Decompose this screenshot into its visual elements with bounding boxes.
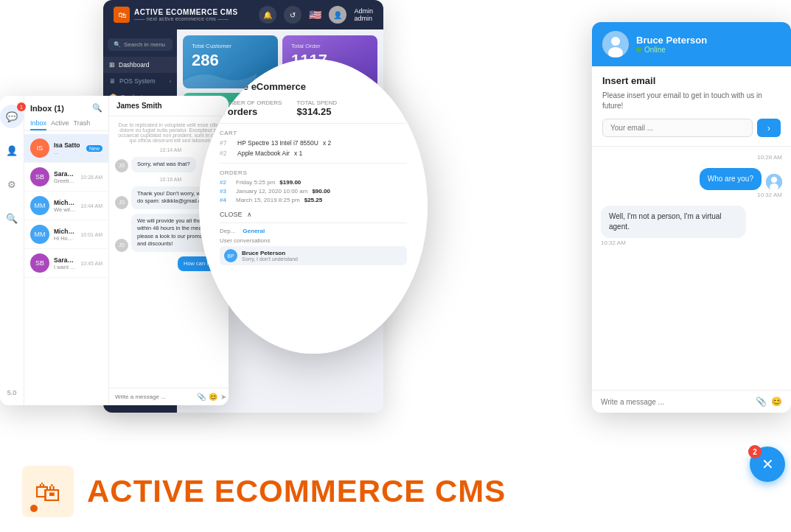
inbox-title: Inbox (1) [30, 104, 64, 113]
mag-cart-name-0: HP Spectre 13 Intel i7 8550U [237, 139, 318, 147]
msg-bubble-user: Who are you? [700, 168, 762, 190]
mag-cart-item-1: #2 Apple Macbook Air x 1 [220, 150, 407, 157]
mag-order-date-2: March 15, 2019 8:25 pm [236, 197, 300, 203]
msg-user-avatar [766, 174, 782, 190]
chat-messages: 10:28 AM Who are you? 10:32 AM Well, I'm… [592, 147, 791, 390]
contact-time-2: 10:44 AM [80, 203, 102, 209]
attachment-icon[interactable]: 📎 [756, 396, 767, 407]
contact-info-3: Michael Maximoff Hi How are you doing? [54, 228, 76, 242]
msg-avatar-0: JS [115, 159, 128, 172]
contact-name-0: Isa Satto [54, 141, 82, 149]
search-placeholder: Search in menu [124, 41, 165, 48]
tab-inbox[interactable]: Inbox [30, 117, 46, 130]
contact-time-4: 10:45 AM [80, 261, 102, 266]
chat-fab-button[interactable]: ✕ 2 [750, 447, 785, 482]
paperclip-icon[interactable]: 📎 [197, 393, 206, 401]
inbox-item-3[interactable]: MM Michael Maximoff Hi How are you doing… [24, 220, 108, 249]
inbox-item-0[interactable]: IS Isa Satto ... New [24, 134, 108, 163]
contact-name-3: Michael Maximoff [54, 228, 76, 235]
messenger-settings-icon[interactable]: ⚙ [0, 172, 24, 196]
admin-search[interactable]: 🔍 Search in menu [108, 38, 173, 51]
send-icon[interactable]: ➤ [220, 393, 226, 401]
chat-input-field[interactable] [601, 398, 750, 406]
chat-email-input-row: › [602, 119, 781, 137]
inbox-tabs: Inbox Active Trash [24, 117, 108, 131]
mag-order-id-2: #4 [220, 197, 231, 203]
mag-order-1: #3 January 12, 2020 10:00 am $90.00 [220, 188, 407, 195]
contact-preview-3: Hi How are you doing? [54, 235, 76, 242]
contact-info-1: Sarah Bettini Greetings! How can I assis… [54, 170, 76, 184]
pos-icon: 🖥 [109, 77, 116, 85]
contact-name-1: Sarah Bettini [54, 170, 76, 178]
chat-user-name: Bruce Peterson [636, 35, 707, 46]
chat-email-input[interactable] [602, 119, 753, 137]
sidebar-label-dashboard: Dashboard [119, 61, 150, 69]
inbox-item-1[interactable]: SB Sarah Bettini Greetings! How can I as… [24, 163, 108, 192]
mag-conversation-item[interactable]: BP Bruce Peterson Sorry, I don't underst… [220, 246, 407, 265]
inbox-item-2[interactable]: MM Michael Maximoff We will provide you … [24, 192, 108, 220]
inbox-search-icon[interactable]: 🔍 [92, 103, 102, 113]
messenger-contacts-icon[interactable]: 👤 [0, 139, 24, 162]
chat-user-avatar [602, 31, 629, 57]
mag-order-id-1: #3 [220, 188, 231, 195]
tab-trash[interactable]: Trash [74, 117, 91, 130]
mag-cart-item-0: #7 HP Spectre 13 Intel i7 8550U x 2 [220, 139, 407, 147]
magnified-inner: Active eCommerce NUMBER OF ORDERS 3 orde… [199, 59, 428, 354]
messenger-input-field[interactable] [115, 393, 192, 400]
msg-avatar-1: JS [115, 196, 128, 209]
messenger-inbox: Inbox (1) 🔍 Inbox Active Trash IS Isa Sa… [24, 96, 109, 405]
contact-avatar-1: SB [30, 167, 49, 186]
contact-avatar-3: MM [30, 225, 49, 244]
mag-order-id-0: #2 [220, 179, 231, 186]
chat-email-section: Insert email Please insert your email to… [592, 66, 791, 147]
messenger-chat-icons: 📎 😊 ➤ [197, 393, 226, 401]
sidebar-item-dashboard[interactable]: ⊞ Dashboard [103, 57, 177, 73]
inbox-list: IS Isa Satto ... New SB Sarah Bettini Gr… [24, 134, 108, 405]
contact-time-3: 10:01 AM [80, 232, 102, 237]
arrow-icon: › [170, 79, 171, 84]
chat-fab-icon: ✕ [762, 455, 774, 473]
mag-order-date-1: January 12, 2020 10:00 am [236, 188, 307, 195]
refresh-icon[interactable]: ↺ [284, 6, 302, 24]
inbox-item-4[interactable]: SB Sarah Bettini I want this promotion n… [24, 249, 108, 278]
messenger-search-icon[interactable]: 🔍 [0, 206, 24, 230]
admin-name: Admin [354, 7, 373, 15]
contact-avatar-2: MM [30, 196, 49, 215]
chat-email-title: Insert email [602, 75, 781, 86]
contact-info-0: Isa Satto ... [54, 141, 82, 155]
sidebar-item-pos[interactable]: 🖥 POS System › [103, 73, 177, 89]
chat-email-send-btn[interactable]: › [757, 119, 781, 137]
mag-order-price-2: $25.25 [304, 197, 322, 203]
mag-orders-val: 3 orders [220, 106, 282, 117]
mag-order-price-0: $199.00 [279, 179, 301, 186]
contact-badge-0: New [86, 145, 102, 152]
emoji-icon[interactable]: 😊 [209, 393, 217, 401]
mag-tab-general[interactable]: General [243, 228, 265, 234]
brand-icon: 🛍 [22, 466, 74, 517]
contact-avatar-0: IS [30, 139, 49, 158]
search-icon: 🔍 [114, 41, 121, 48]
mag-cart-name-1: Apple Macbook Air [237, 150, 290, 157]
tab-active[interactable]: Active [51, 117, 69, 130]
conv-avatar: BP [224, 249, 237, 262]
sidebar-label-pos: POS System [119, 77, 156, 85]
stat-label-customers: Total Customer [192, 43, 269, 49]
mag-orders-section-label: ORDERS [220, 169, 407, 176]
inbox-header: Inbox (1) 🔍 [24, 96, 108, 117]
msg-avatar-2: JS [115, 239, 128, 252]
mag-close-btn[interactable]: CLOSE ∧ [220, 211, 407, 218]
messenger-sidebar: 💬 👤 ⚙ 🔍 5.0 [0, 96, 24, 405]
messenger-inbox-icon[interactable]: 💬 [0, 105, 24, 128]
contact-name-2: Michael Maximoff [54, 199, 76, 206]
contact-preview-2: We will provide you all the email within… [54, 206, 76, 213]
emoji-icon-chat[interactable]: 😊 [771, 396, 782, 407]
bell-icon[interactable]: 🔔 [259, 6, 276, 24]
chevron-up-icon: ∧ [247, 211, 252, 218]
magnified-popup: Active eCommerce NUMBER OF ORDERS 3 orde… [199, 59, 428, 354]
messenger-chat-input: 📎 😊 ➤ [109, 388, 229, 405]
online-dot [636, 47, 641, 52]
flag-icon: 🇺🇸 [309, 9, 321, 21]
admin-topbar-right: 🔔 ↺ 🇺🇸 👤 Admin admin [259, 6, 373, 24]
svg-point-10 [611, 37, 620, 46]
mag-cart-qty-0: x 2 [323, 139, 331, 147]
